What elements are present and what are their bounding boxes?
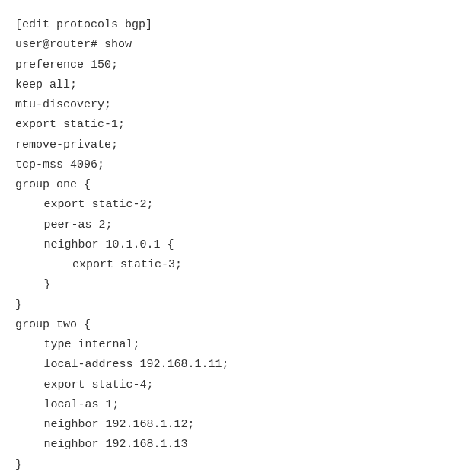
terminal-output: [edit protocols bgp] user@router# show p… <box>15 15 435 475</box>
group-one-neighbor-close-line: } <box>15 275 435 295</box>
group-two-export-line: export static-4; <box>15 375 435 395</box>
group-two-localas-line: local-as 1; <box>15 395 435 415</box>
group-two-type-line: type internal; <box>15 335 435 355</box>
group-one-neighbor-export-line: export static-3; <box>15 255 435 275</box>
config-context-line: [edit protocols bgp] <box>15 15 435 35</box>
group-two-localaddress-line: local-address 192.168.1.11; <box>15 355 435 375</box>
group-two-neighbor1-line: neighbor 192.168.1.12; <box>15 415 435 435</box>
group-one-close-line: } <box>15 296 435 315</box>
preference-line: preference 150; <box>15 56 435 75</box>
group-two-open-line: group two { <box>15 315 435 335</box>
prompt-show-line: user@router# show <box>15 35 435 55</box>
group-one-neighbor-open-line: neighbor 10.1.0.1 { <box>15 235 435 255</box>
tcp-mss-line: tcp-mss 4096; <box>15 155 435 175</box>
remove-private-line: remove-private; <box>15 136 435 155</box>
export-static1-line: export static-1; <box>15 115 435 135</box>
group-two-neighbor2-line: neighbor 192.168.1.13 <box>15 435 435 455</box>
mtu-discovery-line: mtu-discovery; <box>15 95 435 115</box>
group-one-export-line: export static-2; <box>15 195 435 215</box>
group-one-peeras-line: peer-as 2; <box>15 216 435 235</box>
keep-all-line: keep all; <box>15 75 435 95</box>
group-one-open-line: group one { <box>15 175 435 195</box>
group-two-close-line: } <box>15 455 435 475</box>
